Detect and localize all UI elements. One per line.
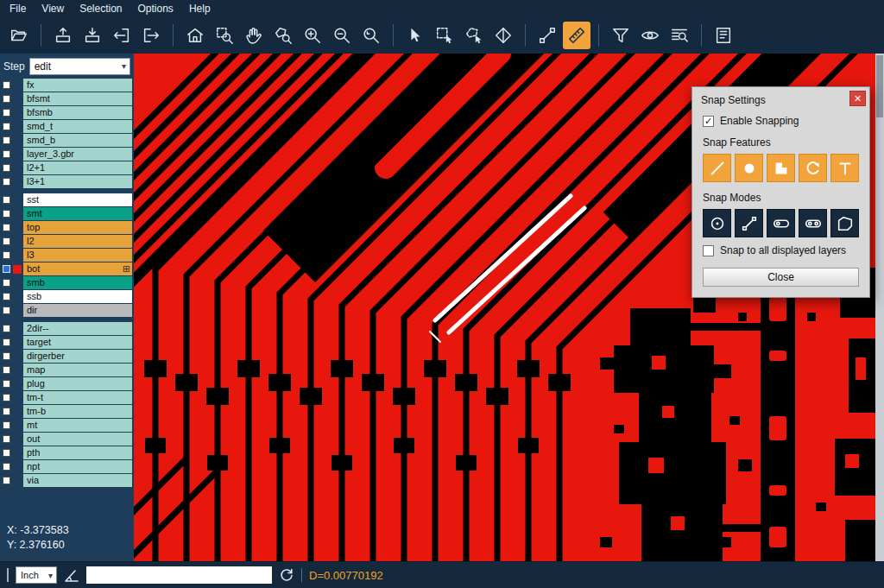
mode-center-icon[interactable] [703, 209, 731, 237]
home-icon[interactable] [181, 22, 209, 49]
layer-visibility-checkbox[interactable] [3, 265, 10, 273]
snap-line-icon[interactable] [703, 154, 731, 182]
import-top-icon[interactable] [49, 22, 77, 49]
layer-label[interactable]: l3+1 [23, 175, 132, 188]
layer-visibility-checkbox[interactable] [3, 366, 10, 374]
zoom-window-icon[interactable] [211, 22, 238, 49]
layer-label[interactable]: target [23, 336, 132, 349]
mode-contour-icon[interactable] [830, 209, 859, 237]
layer-visibility-checkbox[interactable] [3, 449, 10, 457]
zoom-reset-icon[interactable] [357, 22, 385, 49]
export-left-icon[interactable] [108, 22, 136, 49]
snap-text-icon[interactable] [830, 154, 859, 182]
menu-help[interactable]: Help [181, 2, 218, 16]
layer-label[interactable]: map [23, 364, 132, 376]
snap-surface-icon[interactable] [767, 154, 795, 182]
open-folder-icon[interactable] [5, 22, 33, 49]
layer-label[interactable]: l2 [23, 235, 132, 248]
layer-label[interactable]: bfsmb [23, 106, 132, 119]
snap-pad-icon[interactable] [735, 154, 763, 182]
layer-visibility-checkbox[interactable] [3, 477, 10, 484]
layer-label[interactable]: smd_t [23, 120, 132, 133]
layer-visibility-checkbox[interactable] [3, 224, 10, 231]
eye-icon[interactable] [636, 22, 664, 49]
menu-file[interactable]: File [2, 2, 34, 16]
zoom-out-icon[interactable] [328, 22, 356, 49]
layer-label[interactable]: bot⊞ [23, 262, 132, 275]
layer-label[interactable]: top [23, 221, 132, 234]
zoom-polygon-icon[interactable] [269, 22, 297, 49]
layer-visibility-checkbox[interactable] [3, 95, 10, 103]
layer-visibility-checkbox[interactable] [3, 394, 10, 401]
layer-visibility-checkbox[interactable] [3, 380, 10, 388]
select-polygon-icon[interactable] [460, 22, 488, 49]
layer-label[interactable]: pth [23, 446, 132, 459]
layer-visibility-checkbox[interactable] [3, 123, 10, 130]
pan-icon[interactable] [240, 22, 268, 49]
layer-label[interactable]: plug [23, 377, 132, 390]
import-bottom-icon[interactable] [79, 22, 106, 49]
snap-all-layers-checkbox[interactable] [703, 245, 714, 256]
layer-label[interactable]: l2+1 [23, 161, 132, 174]
layer-label[interactable]: smb [23, 276, 132, 289]
vertical-scrollbar[interactable] [875, 54, 884, 561]
select-arrow-icon[interactable] [401, 22, 429, 49]
layer-visibility-checkbox[interactable] [3, 178, 10, 186]
layer-label[interactable]: layer_3.gbr [23, 148, 132, 161]
menu-selection[interactable]: Selection [72, 2, 129, 16]
line-tool-icon[interactable] [534, 22, 561, 49]
layer-label[interactable]: out [23, 433, 132, 446]
snap-arc-icon[interactable] [799, 154, 827, 182]
zoom-in-icon[interactable] [299, 22, 326, 49]
layer-label[interactable]: smd_b [23, 134, 132, 147]
layer-visibility-checkbox[interactable] [3, 237, 10, 245]
layer-visibility-checkbox[interactable] [3, 325, 10, 332]
coordinate-input[interactable] [86, 566, 272, 584]
layer-label[interactable]: tm-b [23, 405, 132, 418]
layer-label[interactable]: mt [23, 419, 132, 432]
layer-visibility-checkbox[interactable] [3, 81, 10, 89]
export-right-icon[interactable] [137, 22, 165, 49]
filter-icon[interactable] [607, 22, 635, 49]
layer-visibility-checkbox[interactable] [3, 408, 10, 415]
layer-visibility-checkbox[interactable] [3, 150, 10, 158]
angle-measure-icon[interactable] [64, 567, 79, 583]
layer-visibility-checkbox[interactable] [3, 279, 10, 287]
layer-label[interactable]: 2dir-- [23, 322, 132, 335]
layer-visibility-checkbox[interactable] [3, 435, 10, 443]
measure-ruler-icon[interactable] [563, 22, 590, 49]
layer-label[interactable]: dirgerber [23, 350, 132, 363]
layer-visibility-checkbox[interactable] [3, 109, 10, 117]
layer-visibility-checkbox[interactable] [3, 164, 10, 172]
layer-label[interactable]: npt [23, 460, 132, 473]
close-button[interactable]: Close [703, 268, 859, 287]
layer-visibility-checkbox[interactable] [3, 136, 10, 144]
mirror-icon[interactable] [489, 22, 517, 49]
mode-obround-icon[interactable] [799, 209, 827, 237]
menu-options[interactable]: Options [130, 2, 181, 16]
close-icon[interactable]: ✕ [849, 91, 866, 106]
layer-visibility-checkbox[interactable] [3, 463, 10, 471]
layer-label[interactable]: smt [23, 207, 132, 220]
layer-label[interactable]: tm-t [23, 391, 132, 404]
step-select[interactable]: edit ▾ [29, 58, 130, 75]
layer-visibility-checkbox[interactable] [3, 293, 10, 300]
refresh-icon[interactable] [279, 567, 294, 583]
layer-label[interactable]: fx [23, 79, 132, 92]
mode-slot-icon[interactable] [767, 209, 795, 237]
unit-select[interactable]: Inch ▾ [16, 566, 57, 584]
layer-label[interactable]: sst [23, 193, 132, 206]
mode-endpoint-icon[interactable] [735, 209, 763, 237]
layer-label[interactable]: dir [23, 304, 132, 317]
layer-visibility-checkbox[interactable] [3, 251, 10, 259]
select-box-icon[interactable] [431, 22, 458, 49]
layer-label[interactable]: bfsmt [23, 92, 132, 105]
scrollbar-thumb[interactable] [876, 55, 883, 117]
layer-label[interactable]: via [23, 474, 132, 487]
layer-visibility-checkbox[interactable] [3, 196, 10, 204]
layer-visibility-checkbox[interactable] [3, 307, 10, 314]
layer-label[interactable]: ssb [23, 290, 132, 303]
enable-snapping-checkbox[interactable]: ✓ [703, 116, 714, 127]
layer-visibility-checkbox[interactable] [3, 338, 10, 346]
report-icon[interactable] [710, 22, 737, 49]
